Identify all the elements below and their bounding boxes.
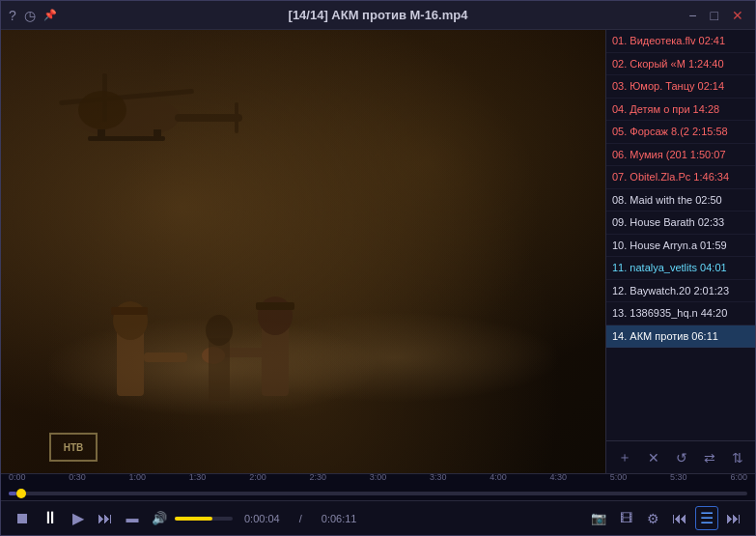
playlist-toggle-button[interactable]: ☰ [695, 506, 718, 530]
time-label: 6:00 [730, 472, 747, 482]
pin-icon[interactable]: 📌 [43, 9, 57, 21]
list-item[interactable]: 05. Форсаж 8.(2 2:15:58 [606, 121, 755, 144]
volume-icon: 🔊 [148, 509, 171, 527]
fast-forward-button[interactable]: ⏭ [94, 508, 117, 529]
time-label: 3:30 [430, 472, 447, 482]
volume-slider-container[interactable] [175, 517, 233, 521]
time-label: 0:30 [69, 472, 86, 482]
playlist-panel: 01. Видеотека.flv 02:4102. Скорый «М 1:2… [605, 30, 755, 473]
time-label: 5:00 [610, 472, 628, 482]
playlist-add-button[interactable]: ＋ [615, 446, 634, 469]
list-item[interactable]: 08. Maid with the 02:50 [606, 189, 755, 212]
playlist-refresh-button[interactable]: ↺ [673, 447, 690, 468]
close-button[interactable]: ✕ [728, 6, 747, 25]
time-display: 0:00:04 [244, 513, 280, 524]
svg-point-5 [78, 91, 126, 129]
list-item[interactable]: 09. House Barath 02:33 [606, 212, 755, 235]
list-item[interactable]: 13. 1386935_hq.n 44:20 [606, 302, 755, 325]
list-item[interactable]: 14. АКМ против 06:11 [606, 325, 755, 349]
seek-bar-track[interactable] [9, 492, 747, 495]
maximize-button[interactable]: □ [707, 6, 722, 25]
video-area[interactable]: НТВ [1, 30, 605, 473]
time-label: 3:00 [370, 472, 387, 482]
svg-rect-18 [209, 338, 230, 401]
video-frame: НТВ [1, 30, 605, 473]
help-icon[interactable]: ? [9, 8, 16, 23]
seek-bar-thumb[interactable] [16, 489, 26, 498]
title-bar-right: − □ ✕ [670, 6, 747, 25]
playlist-remove-button[interactable]: ✕ [645, 447, 662, 468]
svg-rect-15 [256, 302, 294, 310]
list-item[interactable]: 02. Скорый «М 1:24:40 [606, 53, 755, 76]
window-title: [14/14] АКМ против М-16.mp4 [86, 8, 670, 22]
next-track-button[interactable]: ⏭ [722, 508, 745, 529]
time-label: 4:00 [490, 472, 507, 482]
svg-rect-12 [144, 353, 187, 362]
title-bar-left: ? ◷ 📌 [9, 8, 86, 23]
list-item[interactable]: 10. House Arryn.а 01:59 [606, 235, 755, 258]
time-label: 5:30 [670, 472, 687, 482]
list-item[interactable]: 04. Детям о при 14:28 [606, 99, 755, 122]
volume-fill [175, 517, 212, 521]
list-item[interactable]: 01. Видеотека.flv 02:41 [606, 30, 755, 53]
playlist-sort-button[interactable]: ⇅ [729, 447, 746, 468]
time-label: 2:00 [249, 472, 266, 482]
prev-track-button[interactable]: ⏮ [668, 508, 691, 529]
svg-rect-7 [98, 129, 105, 141]
soldiers-svg [78, 270, 368, 444]
list-item[interactable]: 03. Юмор. Танцу 02:14 [606, 75, 755, 99]
seek-wrapper: 0:000:301:001:302:002:303:003:304:004:30… [9, 472, 747, 503]
total-time-display: 0:06:11 [322, 513, 357, 524]
play-button[interactable]: ▶ [67, 507, 90, 529]
seek-bar-fill [9, 492, 16, 495]
helicopter-svg [11, 44, 252, 170]
time-label: 0:00 [9, 472, 26, 482]
pause-button[interactable]: ⏸ [38, 506, 63, 530]
list-item[interactable]: 06. Мумия (201 1:50:07 [606, 144, 755, 167]
playlist-shuffle-button[interactable]: ⇄ [701, 447, 718, 468]
controls-right-group: 📷 🎞 ⚙ ⏮ ☰ ⏭ [587, 506, 745, 530]
seek-area: 0:000:301:001:302:002:303:003:304:004:30… [1, 473, 755, 500]
channel-logo: НТВ [49, 433, 98, 462]
time-labels-row: 0:000:301:001:302:002:303:003:304:004:30… [9, 472, 747, 484]
list-item[interactable]: 07. Obitel.Zla.Pc 1:46:34 [606, 166, 755, 189]
svg-rect-1 [175, 114, 242, 122]
svg-rect-2 [235, 102, 238, 133]
main-window: ? ◷ 📌 [14/14] АКМ против М-16.mp4 − □ ✕ [0, 0, 756, 536]
controls-bar: ⏹ ⏸ ▶ ⏭ ▬ 🔊 0:00:04 / 0:06:11 📷 🎞 ⚙ ⏮ ☰ … [1, 500, 755, 535]
history-icon[interactable]: ◷ [24, 8, 36, 23]
list-item[interactable]: 12. Baywatch.20 2:01:23 [606, 280, 755, 303]
svg-rect-8 [154, 129, 161, 141]
time-label: 4:30 [550, 472, 568, 482]
time-label: 1:00 [129, 472, 147, 482]
stop-button[interactable]: ⏹ [11, 508, 34, 529]
playlist-toolbar: ＋ ✕ ↺ ⇄ ⇅ [606, 440, 755, 473]
video-mode-button[interactable]: ▬ [121, 509, 144, 527]
title-bar: ? ◷ 📌 [14/14] АКМ против М-16.mp4 − □ ✕ [1, 1, 755, 30]
seek-bar-container[interactable] [9, 484, 747, 503]
svg-point-19 [206, 315, 233, 346]
time-separator: / [299, 513, 302, 524]
volume-bar[interactable] [175, 517, 233, 521]
time-label: 1:30 [189, 472, 207, 482]
time-label: 2:30 [309, 472, 326, 482]
list-item[interactable]: 11. natalya_vetlits 04:01 [606, 257, 755, 280]
svg-rect-11 [111, 307, 148, 315]
minimize-button[interactable]: − [685, 6, 700, 25]
screenshot-button[interactable]: 📷 [587, 509, 610, 527]
playlist-items-list: 01. Видеотека.flv 02:4102. Скорый «М 1:2… [606, 30, 755, 440]
frame-button[interactable]: 🎞 [614, 509, 637, 527]
content-area: НТВ 01. Видеотека.flv 02:4102. Скорый «М… [1, 30, 755, 473]
settings-button[interactable]: ⚙ [641, 509, 664, 528]
